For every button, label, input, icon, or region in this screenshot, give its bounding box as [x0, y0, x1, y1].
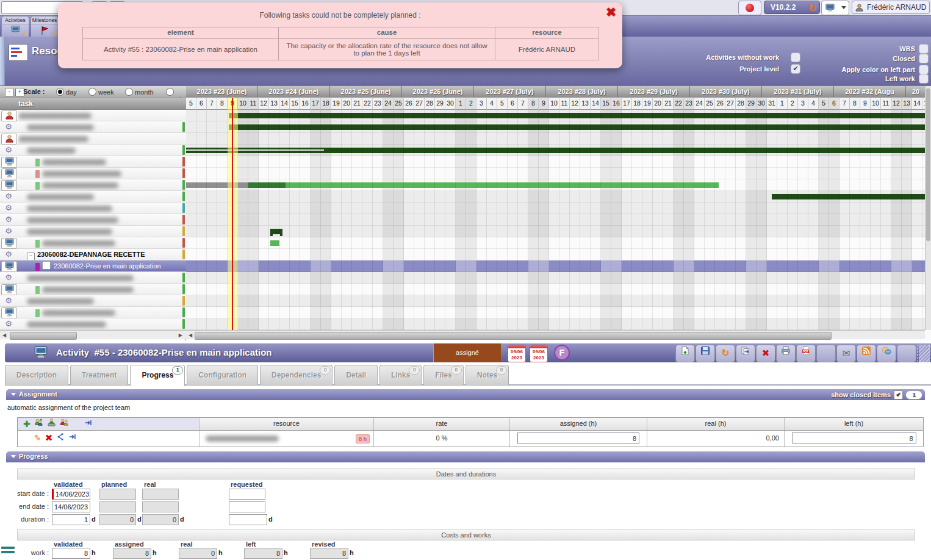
scrollbar-thumb[interactable]	[195, 332, 832, 340]
scale-week[interactable]: week	[88, 88, 114, 96]
user-menu[interactable]: Frédéric ARNAUD	[852, 1, 930, 14]
tab-dependencies[interactable]: Dependencies0	[260, 365, 332, 385]
gantt-row[interactable]	[186, 168, 925, 179]
save-button[interactable]	[696, 345, 715, 362]
radio-icon[interactable]	[88, 88, 96, 96]
task-row[interactable]	[0, 179, 186, 191]
gantt-row[interactable]	[186, 318, 925, 330]
end-date-validated-input[interactable]: 14/06/2023	[52, 501, 90, 512]
new-button[interactable]	[675, 345, 695, 362]
tab-treatment[interactable]: Treatment	[70, 365, 128, 385]
goto-icon[interactable]	[84, 418, 93, 431]
radio-icon[interactable]	[166, 88, 174, 96]
display-mode-button[interactable]	[821, 1, 849, 15]
collapse-all-button[interactable]: -	[5, 88, 14, 97]
tab-configuration[interactable]: Configuration	[187, 365, 258, 385]
module-tab-milestones[interactable]: Milestones★	[31, 16, 59, 37]
add-resource-icon[interactable]	[34, 418, 43, 431]
gantt-row[interactable]	[186, 133, 925, 145]
gantt-row[interactable]	[186, 237, 925, 249]
add-group-icon[interactable]	[60, 418, 69, 431]
tab-links[interactable]: Links0	[379, 365, 422, 385]
left-input[interactable]: 8	[792, 433, 916, 443]
gantt-row[interactable]	[186, 110, 925, 121]
task-row[interactable]	[0, 110, 186, 121]
gantt-vscrollbar[interactable]	[925, 86, 931, 330]
apply-color-on-left-part-checkbox[interactable]	[919, 65, 929, 74]
gantt-row[interactable]	[186, 191, 925, 203]
duration-requested-input[interactable]	[229, 514, 267, 525]
edit-icon[interactable]: ✎	[34, 431, 41, 447]
gantt-hscrollbar[interactable]: ◀	[186, 330, 925, 339]
gantt-bar[interactable]	[772, 194, 925, 199]
task-row[interactable]	[0, 133, 186, 145]
duration-validated-input[interactable]: 1	[52, 514, 90, 525]
refresh-button[interactable]: ↻	[716, 345, 735, 362]
tab-notes[interactable]: Notes0	[466, 365, 509, 385]
gantt-row-selected[interactable]	[186, 260, 925, 272]
task-row[interactable]: ⚙	[0, 318, 186, 330]
calendar-icon[interactable]: 09/062023	[508, 345, 526, 362]
task-row[interactable]: ⚙	[0, 226, 186, 237]
delete-icon[interactable]: ✖	[45, 431, 53, 447]
gantt-bar[interactable]	[229, 124, 925, 130]
gantt-row[interactable]	[186, 214, 925, 226]
resize-grip[interactable]	[919, 345, 930, 362]
activities-without-work-checkbox[interactable]	[791, 52, 800, 62]
mail-button[interactable]: ✉	[836, 345, 856, 362]
task-list-hscrollbar[interactable]: ◀ ▶	[0, 330, 186, 339]
task-row[interactable]: ⚙	[0, 191, 186, 203]
gantt-bar[interactable]	[186, 182, 248, 188]
assignment-section-header[interactable]: Assignment show closed items ✔ 1	[6, 389, 925, 400]
task-row[interactable]	[0, 237, 186, 249]
gantt-row[interactable]	[186, 307, 925, 318]
gantt-row[interactable]	[186, 226, 925, 237]
plain-button[interactable]	[897, 345, 916, 362]
calendar-icon[interactable]: 09/062023	[530, 345, 548, 362]
task-row[interactable]	[0, 284, 186, 295]
gantt-bar[interactable]	[248, 182, 286, 188]
pdf-button[interactable]: PDF	[796, 345, 816, 362]
task-row[interactable]: ⚙	[0, 145, 186, 156]
gantt-row[interactable]	[186, 272, 925, 284]
task-row[interactable]: ⚙	[0, 121, 186, 133]
chat-button[interactable]	[877, 345, 896, 362]
add-icon[interactable]: ✚	[23, 418, 31, 431]
share-icon[interactable]	[56, 431, 65, 447]
gantt-row[interactable]	[186, 284, 925, 295]
scale-month[interactable]: month	[125, 88, 154, 96]
gantt-bar[interactable]	[286, 182, 719, 188]
work-validated-input[interactable]: 8	[52, 548, 90, 559]
gantt-row[interactable]	[186, 203, 925, 214]
start-date-validated-input[interactable]: 14/06/2023	[52, 489, 90, 500]
record-button[interactable]	[738, 1, 761, 15]
task-row-named[interactable]: ⚙−23060082-DEPANNAGE RECETTE	[0, 249, 186, 260]
radio-icon[interactable]	[125, 88, 133, 96]
resource-avatar[interactable]: F	[554, 345, 570, 361]
gantt-row[interactable]	[186, 145, 925, 156]
gantt-bar[interactable]	[186, 148, 925, 153]
left-work-checkbox[interactable]	[919, 74, 929, 84]
scrollbar-thumb[interactable]	[926, 88, 930, 241]
tab-description[interactable]: Description	[5, 365, 68, 385]
drag-handle-icon[interactable]	[1, 547, 15, 555]
task-row[interactable]	[0, 156, 186, 168]
scale-day[interactable]: day	[56, 88, 77, 96]
task-row[interactable]: ⚙	[0, 214, 186, 226]
assignment-data-row[interactable]: ✎✖8 h0 %80,008	[18, 431, 923, 447]
add-team-icon[interactable]	[47, 418, 56, 431]
scroll-left-icon[interactable]: ◀	[2, 332, 6, 338]
gantt-row[interactable]	[186, 249, 925, 260]
version-badge[interactable]: V10.2.2↻	[764, 1, 820, 14]
gantt-grid[interactable]	[186, 110, 925, 330]
gantt-row[interactable]	[186, 179, 925, 191]
project-level-checkbox[interactable]: ✔	[791, 64, 800, 74]
assigned-input[interactable]: 8	[517, 433, 639, 443]
tab-files[interactable]: Files0	[423, 365, 463, 385]
task-row[interactable]: ⚙	[0, 295, 186, 307]
task-row[interactable]: ⚙	[0, 203, 186, 214]
scrollbar-thumb[interactable]	[10, 332, 77, 340]
rss-button[interactable]	[857, 345, 876, 362]
collapse-expander[interactable]: −	[27, 253, 35, 260]
start-date-requested-input[interactable]	[229, 489, 265, 500]
